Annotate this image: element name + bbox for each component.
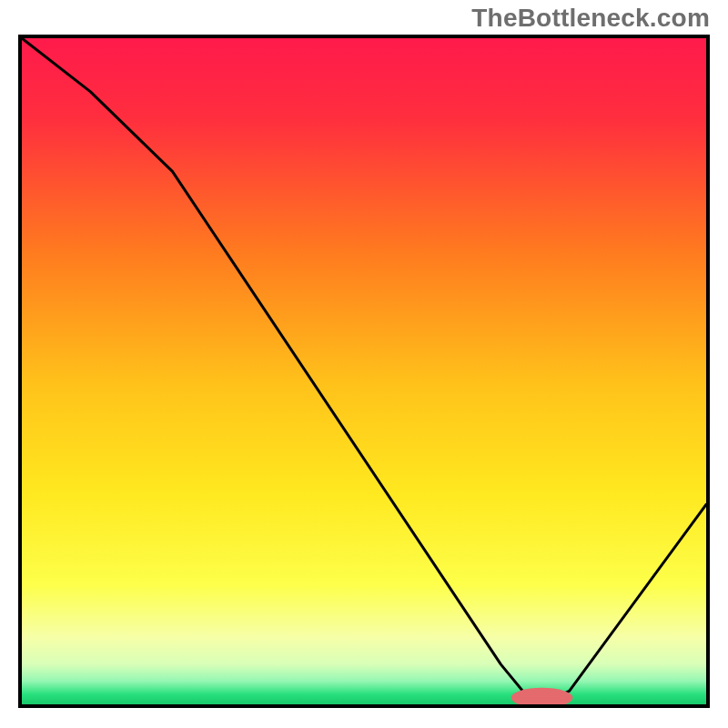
watermark-text: TheBottleneck.com bbox=[471, 4, 710, 33]
plot-frame bbox=[18, 35, 710, 708]
bottleneck-chart bbox=[22, 38, 706, 704]
heat-background bbox=[22, 38, 706, 704]
chart-stage: TheBottleneck.com bbox=[0, 0, 728, 728]
